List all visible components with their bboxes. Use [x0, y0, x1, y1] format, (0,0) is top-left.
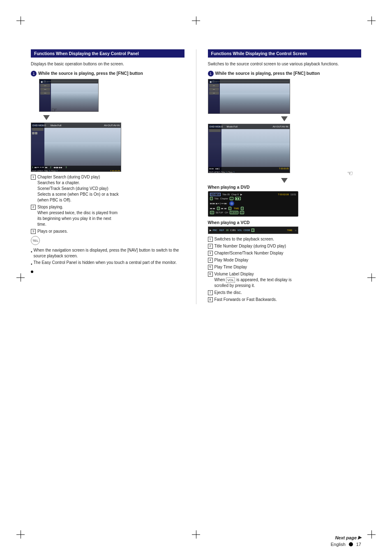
r-num-item-3: 3 Chapter/Scene/Track Number Display: [208, 250, 362, 256]
r-num-item-1: 1 Switches to the playback screen.: [208, 236, 362, 242]
bb-title: Title: [44, 170, 48, 172]
right-screen-inner-large: DVD VIDEO Mode:Full AV-OUT:AV-IN SCRN ⏮ …: [208, 124, 290, 173]
num-item-1-sub2: Scene/Track Search (during VCD play): [37, 186, 119, 192]
num-item-2-content: Stops playing. When pressed twice, the d…: [37, 204, 118, 227]
r-num-item-7: 7 Ejects the disc.: [208, 290, 362, 296]
column-divider: [196, 49, 196, 304]
vol-inline-box: VOL: [226, 278, 235, 283]
small-screen-wrap-top: ◉ □ SCRN — — — ☞: [39, 79, 184, 112]
dp-2val: Title: [214, 197, 219, 200]
page-bullet: [349, 542, 353, 546]
when-vcd-label: When playing a VCD: [208, 220, 362, 225]
bb-t1: 1: [49, 170, 50, 172]
rbb-skip-l: ⏮ ⏭: [209, 167, 214, 170]
r-num-text-1: Switches to the playback screen.: [214, 236, 274, 242]
r-num-text-4: Play Mode Display: [214, 257, 249, 263]
r-panel-b3: —: [209, 91, 219, 95]
r-num-text-6: Volume Label Display: [214, 271, 292, 277]
dp-row2: 1 Title Chapter △ ▶▶: [210, 197, 296, 200]
num-item-1-sub1: Searches for a chapter.: [37, 180, 119, 186]
reg-mark-tl: [16, 16, 25, 25]
r-num-box-3: 3: [208, 251, 213, 256]
cross-bottom: [192, 530, 200, 539]
rbb-row2: DVD VIDEO Title 1 Chap 1: [209, 171, 289, 173]
right-large-screen-wrap: DVD VIDEO Mode:Full AV-OUT:AV-IN SCRN ⏮ …: [208, 124, 362, 173]
right-large-screen: DVD VIDEO Mode:Full AV-OUT:AV-IN SCRN ⏮ …: [208, 124, 290, 173]
dp-r5-b1: 10: [210, 211, 214, 214]
rltb-mode: Mode:Full: [227, 125, 238, 128]
num-item-2: 2 Stops playing. When pressed twice, the…: [31, 204, 184, 227]
vcd-screen: ▶ PBC REP 20 C.BG VOL CDDB 3 TIME ≈: [208, 227, 298, 234]
dp-r3-icons: ⏮ ⏭ ■ ▶‖ ▶▶ ⏭: [210, 202, 227, 205]
r-num-text-7: Ejects the disc.: [214, 290, 242, 296]
page-number: 17: [356, 542, 361, 547]
screen-top-bar: ◉ □: [39, 79, 98, 83]
tel-icon-area: TEL: [31, 236, 184, 245]
right-screen-inner: ◉ □ SCRN — — —: [208, 79, 290, 113]
next-page-text: Next page: [335, 535, 357, 540]
num-box-2: 2: [31, 205, 36, 210]
page-num-row: English 17: [331, 542, 361, 547]
dp-r4-b3: 5: [241, 207, 244, 210]
dp-row3: ⏮ ⏭ ■ ▶‖ ▶▶ ⏭ ◎: [210, 201, 296, 206]
arrow-down-1: [43, 115, 184, 120]
num-item-2-sub3: time.: [37, 222, 118, 227]
large-bottom-bar: 1 ⏮ ◀◀ ▶ ▶▶ ⏭ 2 ◀◀ ▶ ▶▶ 3 DVD VIDEO Titl…: [31, 166, 121, 171]
rltb-dvd: DVD VIDEO: [210, 125, 223, 128]
step-text-1: While the source is playing, press the […: [38, 70, 143, 76]
num-item-2-sub2: its beginning when you play it in the ne…: [37, 216, 118, 222]
dp-row5: 10 SETUP CH S.MAP 11: [210, 211, 296, 214]
vcd-pbc: PBC: [213, 229, 217, 231]
dp-r4-b1: 2: [217, 207, 220, 210]
right-arrow-shape-1: [281, 116, 288, 121]
rbb-c1: 1: [233, 171, 235, 173]
large-left-panel: SCRN: [31, 123, 44, 171]
r-num-item-5: 5 Play Time Display: [208, 264, 362, 270]
r-num-text-2: Title Number Display (during DVD play): [214, 243, 286, 249]
r-num-box-5: 5: [208, 265, 213, 270]
bb-3: 3: [65, 166, 67, 169]
language-label: English: [331, 542, 346, 547]
num-item-1-content: Chapter Search (during DVD play) Searche…: [37, 174, 119, 203]
reg-mark-br: [367, 530, 376, 539]
bottom-bar-row1: 1 ⏮ ◀◀ ▶ ▶▶ ⏭ 2 ◀◀ ▶ ▶▶ 3: [32, 166, 120, 169]
right-road: [208, 93, 290, 113]
bb-time: T 00:00:05: [110, 170, 120, 172]
num-item-1: 1 Chapter Search (during DVD play) Searc…: [31, 174, 184, 203]
right-arrow-down-2: [208, 178, 362, 183]
right-small-screen: ◉ □ SCRN — — —: [208, 79, 290, 114]
rtb-icon1: ◉: [210, 80, 212, 83]
r-num-box-6: 6: [208, 272, 213, 277]
num-item-2-main: Stops playing.: [37, 204, 118, 210]
right-large-bottom-bar: ⏮ ⏭ ■ ▶‖ T 00:00:05 DVD VIDEO Title 1 Ch…: [208, 167, 290, 173]
r-num-text-5: Play Time Display: [214, 264, 247, 270]
rbb-play: ■ ▶‖: [215, 167, 220, 170]
right-small-screen-wrap: ◉ □ SCRN — — —: [208, 79, 362, 114]
dp-play-icon: ▶: [240, 193, 242, 196]
num-item-2-sub1: When pressed twice, the disc is played f…: [37, 210, 118, 216]
dp-r5-b2: 11: [240, 211, 244, 214]
num-box-1: 1: [31, 175, 36, 180]
arrow-shape-1: [43, 115, 50, 120]
bullet-dot-2: •: [31, 261, 32, 267]
bullet-note-2: • The Easy Control Panel is hidden when …: [31, 260, 184, 267]
right-column: Functions While Displaying the Control S…: [208, 49, 362, 304]
dp-title-val: Title 05: [222, 193, 230, 196]
dp-1: 1: [210, 197, 213, 200]
rtb-icon2: □: [213, 80, 214, 83]
lb-av: AV-OUT:AV-IN: [104, 124, 120, 127]
vcd-time: TIME: [287, 229, 293, 231]
left-step1: 1 While the source is playing, press the…: [31, 70, 184, 76]
step-circle-1: 1: [31, 71, 37, 76]
dp-r5-ch: CH: [225, 211, 228, 214]
bullet-dot-1: •: [31, 249, 32, 255]
bb-icons2: ◀◀ ▶ ▶▶: [53, 166, 63, 169]
num-item-1-sub4: (when PBC is Off).: [37, 197, 119, 203]
large-top-bar: DVD VIDEO Mode:Full AV-OUT:AV-IN: [31, 123, 121, 128]
dp-row1: DVD VD Title 05 Chap 8 ▶ T 00:02:08 11/2…: [210, 193, 296, 196]
r-num-item-4: 4 Play Mode Display: [208, 257, 362, 263]
bullet-note-2-text: The Easy Control Panel is hidden when yo…: [34, 260, 177, 266]
large-screen: DVD VIDEO Mode:Full AV-OUT:AV-IN SCRN: [31, 123, 121, 172]
vcd-vol: VOL: [238, 229, 242, 231]
vcd-play: ▶: [210, 229, 212, 231]
